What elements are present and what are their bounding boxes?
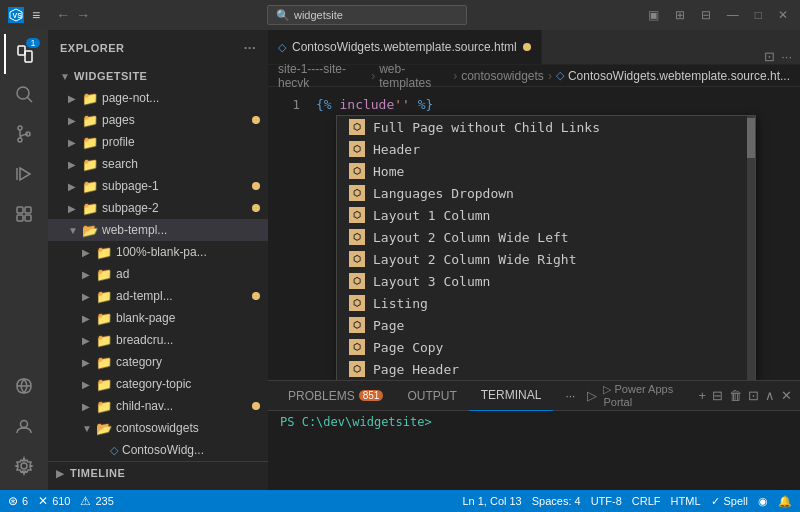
menu-icon[interactable]: ≡ bbox=[32, 7, 40, 23]
modified-badge bbox=[252, 204, 260, 212]
split-terminal-icon[interactable]: ⊟ bbox=[712, 388, 723, 403]
sidebar-item-contosowidgets[interactable]: ▼ 📂 contosowidgets bbox=[48, 417, 268, 439]
activity-item-run[interactable] bbox=[4, 154, 44, 194]
folder-icon: 📁 bbox=[82, 113, 98, 128]
warning-status[interactable]: ⚠ 235 bbox=[80, 494, 113, 508]
terminal-content[interactable]: PS C:\dev\widgetsite> bbox=[268, 411, 800, 490]
ac-item-page[interactable]: ⬡ Page bbox=[337, 314, 755, 336]
ac-item-full-page[interactable]: ⬡ Full Page without Child Links bbox=[337, 116, 755, 138]
layout-icon-1[interactable]: ▣ bbox=[644, 8, 663, 22]
ac-item-page-header[interactable]: ⬡ Page Header bbox=[337, 358, 755, 380]
autocomplete-scrollbar[interactable] bbox=[747, 116, 755, 380]
sidebar: Explorer ··· ▼ WIDGETSITE ▶ 📁 page-not..… bbox=[48, 30, 268, 490]
sidebar-item-ad[interactable]: ▶ 📁 ad bbox=[48, 263, 268, 285]
item-label: category bbox=[116, 355, 162, 369]
svg-marker-9 bbox=[20, 168, 30, 180]
ln-col-status[interactable]: Ln 1, Col 13 bbox=[462, 495, 521, 507]
play-icon[interactable]: ▷ bbox=[587, 388, 597, 403]
statusbar-left: ⊛ 6 ✕ 610 ⚠ 235 bbox=[8, 494, 114, 508]
layout-icon-2[interactable]: ⊞ bbox=[671, 8, 689, 22]
chevron-up-icon[interactable]: ∧ bbox=[765, 388, 775, 403]
problems-badge: 851 bbox=[359, 390, 384, 401]
ac-item-layout2wl[interactable]: ⬡ Layout 2 Column Wide Left bbox=[337, 226, 755, 248]
remote-status[interactable]: ⊛ 6 bbox=[8, 494, 28, 508]
search-box[interactable]: 🔍 widgetsite bbox=[267, 5, 467, 25]
term-tab-output[interactable]: OUTPUT bbox=[395, 381, 468, 411]
ac-item-languages[interactable]: ⬡ Languages Dropdown bbox=[337, 182, 755, 204]
error-status[interactable]: ✕ 610 bbox=[38, 494, 70, 508]
folder-icon: 📁 bbox=[96, 399, 112, 414]
encoding-status[interactable]: UTF-8 bbox=[591, 495, 622, 507]
titlebar-nav: ← → bbox=[56, 7, 90, 23]
breadcrumb-web-templates[interactable]: web-templates bbox=[379, 62, 449, 90]
folder-icon: 📁 bbox=[96, 333, 112, 348]
sidebar-item-search[interactable]: ▶ 📁 search bbox=[48, 153, 268, 175]
ac-item-page-copy[interactable]: ⬡ Page Copy bbox=[337, 336, 755, 358]
ac-item-layout2wr[interactable]: ⬡ Layout 2 Column Wide Right bbox=[337, 248, 755, 270]
ac-item-layout3[interactable]: ⬡ Layout 3 Column bbox=[337, 270, 755, 292]
sidebar-item-contoso-file[interactable]: ▶ ◇ ContosoWidg... bbox=[48, 439, 268, 461]
ac-item-listing[interactable]: ⬡ Listing bbox=[337, 292, 755, 314]
breadcrumb-filename[interactable]: ContosoWidgets.webtemplate.source.ht... bbox=[568, 69, 790, 83]
breadcrumb-contosowidgets[interactable]: contosowidgets bbox=[461, 69, 544, 83]
nav-forward-icon[interactable]: → bbox=[76, 7, 90, 23]
close-terminal-icon[interactable]: ✕ bbox=[781, 388, 792, 403]
chevron-icon: ▶ bbox=[82, 401, 92, 412]
activity-item-settings[interactable] bbox=[4, 446, 44, 486]
line-ending-status[interactable]: CRLF bbox=[632, 495, 661, 507]
breadcrumb-site[interactable]: site-1----site-hecvk bbox=[278, 62, 367, 90]
sidebar-item-subpage2[interactable]: ▶ 📁 subpage-2 bbox=[48, 197, 268, 219]
ac-item-home[interactable]: ⬡ Home bbox=[337, 160, 755, 182]
editor-tab-active[interactable]: ◇ ContosoWidgets.webtemplate.source.html bbox=[268, 30, 542, 64]
language-status[interactable]: HTML bbox=[671, 495, 701, 507]
sidebar-item-blank-page[interactable]: ▶ 📁 blank-page bbox=[48, 307, 268, 329]
activity-item-search[interactable] bbox=[4, 74, 44, 114]
folder-icon: 📁 bbox=[82, 179, 98, 194]
ac-item-header[interactable]: ⬡ Header bbox=[337, 138, 755, 160]
sidebar-item-blank-pa[interactable]: ▶ 📁 100%-blank-pa... bbox=[48, 241, 268, 263]
sidebar-item-category[interactable]: ▶ 📁 category bbox=[48, 351, 268, 373]
window-close-button[interactable]: ✕ bbox=[774, 8, 792, 22]
sidebar-item-breadcru[interactable]: ▶ 📁 breadcru... bbox=[48, 329, 268, 351]
layout-icon-3[interactable]: ⊟ bbox=[697, 8, 715, 22]
sidebar-section-timeline[interactable]: ▶ TIMELINE bbox=[48, 462, 268, 484]
spaces-status[interactable]: Spaces: 4 bbox=[532, 495, 581, 507]
sidebar-item-subpage1[interactable]: ▶ 📁 subpage-1 bbox=[48, 175, 268, 197]
split-editor-icon[interactable]: ⊡ bbox=[764, 49, 775, 64]
term-tab-problems[interactable]: PROBLEMS 851 bbox=[276, 381, 395, 411]
file-icon: ◇ bbox=[110, 444, 118, 457]
activity-item-source-control[interactable] bbox=[4, 114, 44, 154]
sidebar-item-web-templ[interactable]: ▼ 📂 web-templ... bbox=[48, 219, 268, 241]
resize-icon[interactable]: ⊡ bbox=[748, 388, 759, 403]
item-label: ad-templ... bbox=[116, 289, 173, 303]
activity-item-explorer[interactable]: 1 bbox=[4, 34, 44, 74]
term-tab-more[interactable]: ··· bbox=[553, 381, 587, 411]
feedback-status[interactable]: ◉ bbox=[758, 495, 768, 508]
trash-icon[interactable]: 🗑 bbox=[729, 388, 742, 403]
nav-back-icon[interactable]: ← bbox=[56, 7, 70, 23]
bell-status[interactable]: 🔔 bbox=[778, 495, 792, 508]
bell-icon: 🔔 bbox=[778, 495, 792, 508]
sidebar-item-child-nav[interactable]: ▶ 📁 child-nav... bbox=[48, 395, 268, 417]
sidebar-item-page-not[interactable]: ▶ 📁 page-not... bbox=[48, 87, 268, 109]
sidebar-item-pages[interactable]: ▶ 📁 pages bbox=[48, 109, 268, 131]
folder-icon: 📁 bbox=[96, 311, 112, 326]
warning-count: 235 bbox=[95, 495, 113, 507]
activity-item-accounts[interactable] bbox=[4, 406, 44, 446]
new-terminal-icon[interactable]: + bbox=[698, 388, 706, 403]
window-minimize-button[interactable]: — bbox=[723, 8, 743, 22]
activity-item-extensions[interactable] bbox=[4, 194, 44, 234]
activity-item-remote[interactable] bbox=[4, 366, 44, 406]
ac-item-layout1[interactable]: ⬡ Layout 1 Column bbox=[337, 204, 755, 226]
sidebar-item-category-topic[interactable]: ▶ 📁 category-topic bbox=[48, 373, 268, 395]
spell-status[interactable]: ✓ Spell bbox=[711, 495, 748, 508]
more-actions-icon[interactable]: ··· bbox=[781, 49, 792, 64]
sidebar-item-ad-templ[interactable]: ▶ 📁 ad-templ... bbox=[48, 285, 268, 307]
window-maximize-button[interactable]: □ bbox=[751, 8, 766, 22]
term-tab-terminal[interactable]: TERMINAL bbox=[469, 381, 554, 411]
sidebar-root-item[interactable]: ▼ WIDGETSITE bbox=[48, 65, 268, 87]
sidebar-item-profile[interactable]: ▶ 📁 profile bbox=[48, 131, 268, 153]
code-editor[interactable]: 1 {% include '' %} ⬡ Full Page without C… bbox=[268, 87, 800, 380]
sidebar-more-icon[interactable]: ··· bbox=[244, 40, 256, 55]
svg-text:VS: VS bbox=[13, 12, 23, 19]
